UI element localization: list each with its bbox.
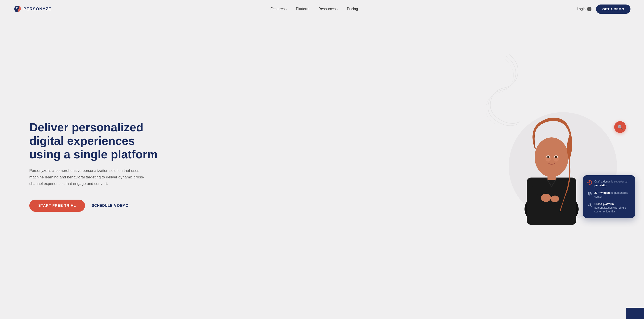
info-card-item-1: Craft a dynamic experience per visitor	[587, 180, 631, 187]
clock-icon	[587, 180, 592, 185]
svg-point-12	[551, 196, 559, 202]
login-button[interactable]: Login →	[577, 7, 592, 11]
user-icon	[587, 203, 592, 208]
info-card-item-3: Cross-platform personalization with sing…	[587, 202, 631, 214]
chevron-down-icon-2: ▾	[337, 8, 338, 10]
nav-resources[interactable]: Resources ▾	[318, 7, 338, 11]
login-arrow-icon: →	[587, 7, 592, 11]
nav-pricing[interactable]: Pricing	[347, 7, 358, 11]
brand-name: PERSONYZE	[24, 7, 52, 11]
hero-visual: 🔍 Craft a dynamic experience per visitor	[504, 108, 630, 225]
bottom-accent	[626, 308, 644, 319]
svg-point-11	[541, 194, 551, 202]
svg-point-15	[589, 203, 590, 205]
hero-section: Deliver personalized digital experiences…	[0, 18, 644, 319]
navbar: PERSONYZE Features ▾ Platform Resources …	[0, 0, 644, 18]
logo-icon	[14, 5, 22, 13]
info-card: Craft a dynamic experience per visitor 2…	[583, 175, 635, 218]
get-demo-button[interactable]: GET A DEMO	[596, 4, 630, 14]
hero-description: Personyze is a comprehensive personaliza…	[29, 168, 146, 187]
svg-point-14	[588, 182, 589, 183]
nav-actions: Login → GET A DEMO	[577, 4, 630, 14]
hero-actions: START FREE TRIAL SCHEDULE A DEMO	[29, 200, 164, 212]
svg-point-0	[16, 7, 18, 8]
svg-point-10	[555, 156, 558, 158]
logo[interactable]: PERSONYZE	[14, 5, 52, 13]
hero-content: Deliver personalized digital experiences…	[29, 121, 164, 212]
info-card-item-2: 20 + widgets to personalise content	[587, 191, 631, 199]
nav-platform[interactable]: Platform	[296, 7, 309, 11]
search-icon: 🔍	[618, 124, 623, 130]
svg-point-9	[547, 156, 550, 158]
schedule-demo-link[interactable]: SCHEDULE A DEMO	[92, 204, 128, 208]
svg-point-4	[535, 137, 568, 177]
nav-links: Features ▾ Platform Resources ▾ Pricing	[270, 7, 358, 11]
person-image	[511, 114, 592, 225]
chevron-down-icon: ▾	[286, 8, 287, 10]
start-trial-button[interactable]: START FREE TRIAL	[29, 200, 85, 212]
hero-title: Deliver personalized digital experiences…	[29, 121, 164, 161]
nav-features[interactable]: Features ▾	[270, 7, 287, 11]
layers-icon	[587, 191, 592, 196]
search-bubble: 🔍	[614, 121, 626, 133]
